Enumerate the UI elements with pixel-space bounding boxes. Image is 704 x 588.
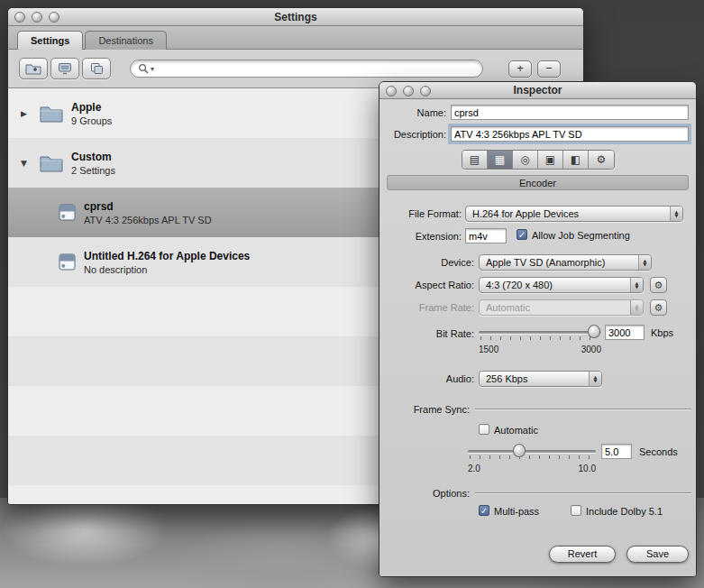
frame-sync-automatic-checkbox[interactable]: ✓ (479, 424, 489, 435)
allow-job-segmenting-checkbox[interactable]: ✓ (517, 229, 527, 240)
slider-track[interactable] (468, 450, 596, 453)
aspect-ratio-label: Aspect Ratio: (379, 280, 474, 290)
minimize-button[interactable] (32, 12, 42, 23)
tab-destinations[interactable]: Destinations (85, 31, 167, 50)
popup-arrows-icon: ▲▼ (638, 255, 651, 270)
frame-sync-slider[interactable] (468, 445, 596, 461)
aspect-ratio-popup[interactable]: 4:3 (720 x 480) ▲▼ (479, 277, 644, 293)
folder-icon (40, 104, 63, 123)
revert-button[interactable]: Revert (549, 546, 616, 563)
frame-sync-field[interactable] (601, 444, 632, 459)
frame-sync-slider-thumb[interactable] (513, 444, 526, 457)
search-icon (138, 63, 149, 74)
window-controls (14, 12, 59, 23)
extension-field[interactable] (465, 228, 507, 243)
settings-window-title: Settings (274, 11, 316, 23)
gear-icon: ⚙ (654, 280, 663, 291)
close-button[interactable] (14, 12, 25, 23)
display-icon (58, 62, 72, 75)
new-group-button[interactable] (19, 58, 48, 79)
device-label: Device: (379, 257, 474, 268)
multi-pass-label: Multi-pass (494, 506, 539, 517)
tab-summary-icon[interactable]: ▤ (462, 151, 488, 169)
bit-rate-unit: Kbps (651, 327, 673, 338)
popup-arrows-icon: ▲▼ (630, 278, 643, 292)
include-dolby-label: Include Dolby 5.1 (586, 506, 663, 517)
options-label: Options: (379, 488, 470, 499)
search-input[interactable] (156, 63, 475, 74)
description-field[interactable] (451, 126, 689, 142)
name-label: Name: (379, 107, 446, 118)
add-setting-button[interactable]: + (508, 60, 532, 78)
file-format-popup[interactable]: H.264 for Apple Devices ▲▼ (465, 206, 683, 222)
include-dolby-checkbox[interactable]: ✓ (571, 505, 581, 516)
popup-arrows-icon: ▲▼ (589, 372, 601, 386)
disclosure-expanded-icon[interactable]: ▼ (21, 159, 32, 168)
bit-rate-label: Bit Rate: (379, 328, 474, 339)
slider-track[interactable] (479, 331, 601, 334)
frame-rate-popup[interactable]: Automatic ▲▼ (479, 299, 644, 316)
duplicate-button[interactable] (82, 58, 111, 79)
tab-encoder-icon[interactable]: ▦ (488, 151, 513, 169)
folder-plus-icon (25, 62, 41, 75)
frame-sync-scale: 2.0 10.0 (468, 464, 596, 473)
multi-pass-checkbox[interactable]: ✓ (479, 505, 489, 516)
group-name: Apple (71, 101, 112, 114)
search-field[interactable]: ▾ (130, 60, 483, 78)
setting-name: Untitled H.264 for Apple Devices (84, 250, 250, 262)
list-item-text: Apple 9 Groups (71, 101, 112, 126)
popup-arrows-icon: ▲▼ (630, 300, 643, 315)
slider-ticks (480, 336, 599, 340)
check-icon: ✓ (517, 230, 526, 240)
inspector-body: Name: Description: ▤ ▦ ◎ ▣ ◧ ⚙ Encoder F… (379, 99, 696, 576)
bit-rate-max-label: 3000 (581, 345, 601, 354)
zoom-button[interactable] (420, 86, 431, 96)
tab-frame-controls-icon[interactable]: ◎ (513, 151, 538, 169)
tab-actions-icon[interactable]: ⚙ (589, 151, 614, 169)
group-name: Custom (71, 151, 115, 163)
window-controls (386, 86, 431, 96)
search-menu-arrow-icon[interactable]: ▾ (151, 65, 154, 73)
check-icon: ✓ (480, 506, 489, 516)
tab-geometry-icon[interactable]: ◧ (563, 151, 589, 169)
disclosure-collapsed-icon[interactable]: ▶ (21, 109, 32, 118)
save-button[interactable]: Save (626, 546, 689, 563)
frame-rate-gear-button[interactable]: ⚙ (650, 299, 667, 316)
desktop: Settings Settings Destinations (0, 0, 704, 588)
aspect-ratio-gear-button[interactable]: ⚙ (650, 277, 667, 293)
setting-preset-icon (59, 204, 76, 221)
setting-preset-icon (59, 253, 76, 271)
gear-icon: ⚙ (654, 302, 663, 314)
popup-arrows-icon: ▲▼ (670, 207, 682, 221)
remove-setting-button[interactable]: − (537, 60, 561, 78)
frame-sync-label: Frame Sync: (379, 404, 470, 415)
group-detail: 9 Groups (71, 115, 112, 126)
tab-settings[interactable]: Settings (17, 31, 83, 50)
close-button[interactable] (386, 86, 397, 96)
frame-sync-min-label: 2.0 (468, 464, 480, 473)
audio-label: Audio: (379, 373, 474, 384)
zoom-button[interactable] (49, 12, 59, 23)
bit-rate-field[interactable] (605, 325, 645, 340)
bit-rate-slider-thumb[interactable] (588, 325, 600, 338)
setting-detail: No description (84, 264, 250, 275)
settings-titlebar[interactable]: Settings (8, 8, 583, 26)
new-setting-button[interactable] (50, 58, 79, 79)
allow-job-segmenting-label: Allow Job Segmenting (532, 230, 630, 241)
audio-popup[interactable]: 256 Kbps ▲▼ (479, 371, 602, 387)
list-item-text: Custom 2 Settings (71, 151, 115, 176)
list-item-text: Untitled H.264 for Apple Devices No desc… (84, 250, 250, 275)
bit-rate-slider[interactable] (479, 326, 601, 342)
device-popup[interactable]: Apple TV SD (Anamorphic) ▲▼ (479, 254, 652, 271)
frame-sync-automatic-label: Automatic (494, 425, 538, 436)
pane-title: Encoder (387, 175, 689, 190)
minimize-button[interactable] (403, 86, 414, 96)
settings-tabbar: Settings Destinations (8, 26, 583, 50)
name-field[interactable] (451, 105, 689, 120)
description-label: Description: (379, 129, 446, 140)
inspector-pane-tabs: ▤ ▦ ◎ ▣ ◧ ⚙ (462, 150, 615, 170)
inspector-titlebar[interactable]: Inspector (379, 82, 696, 99)
frame-sync-divider (475, 409, 691, 410)
frame-sync-max-label: 10.0 (579, 464, 596, 473)
tab-filters-icon[interactable]: ▣ (538, 151, 563, 169)
